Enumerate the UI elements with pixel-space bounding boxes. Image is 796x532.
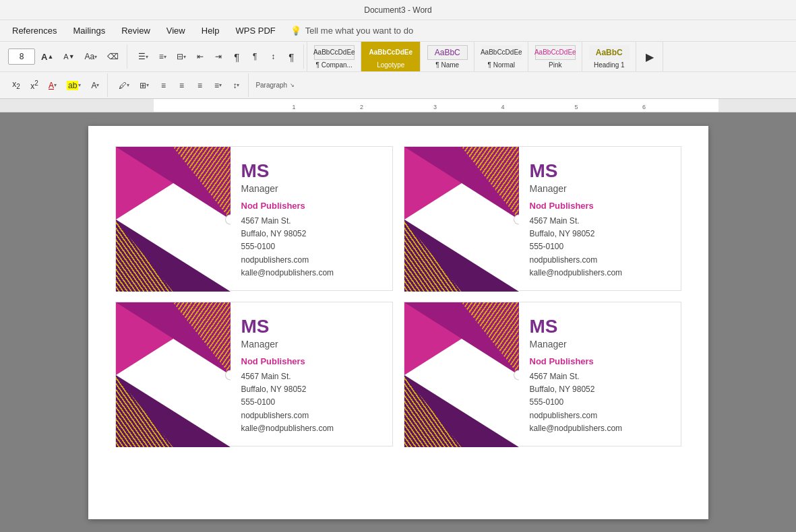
- shading-btn[interactable]: 🖊▾: [115, 76, 133, 95]
- style-more[interactable]: ▶: [636, 42, 663, 71]
- card-1-phone: 555-0100: [241, 240, 381, 253]
- ribbon-row2: x2 x2 A▾ ab▾ A▾ 🖊▾ ⊞▾: [0, 71, 796, 98]
- align-center-icon: ≡: [179, 81, 184, 90]
- font-group: 8 A▲ A▼ Aa ▾ ⌫: [4, 44, 127, 69]
- card-3-website: nodpublishers.com: [241, 409, 381, 422]
- card-4-website: nodpublishers.com: [530, 409, 670, 422]
- card-2-dot: [514, 215, 519, 224]
- align-group: 🖊▾ ⊞▾ ≡ ≡ ≡ ≡▾ ↕▾: [111, 73, 249, 97]
- menu-view[interactable]: View: [160, 23, 192, 38]
- more-styles-icon: ▶: [646, 51, 654, 63]
- styles-gallery: AaBbCcDdEe ¶ Compan... AaBbCcDdEe Logoty…: [307, 42, 663, 71]
- superscript-btn[interactable]: x2: [26, 76, 42, 95]
- font-color-btn[interactable]: A▾: [44, 76, 61, 95]
- style-normal[interactable]: AaBbCcDdEe ¶ Normal: [474, 42, 528, 71]
- card-2-phone: 555-0100: [530, 240, 670, 253]
- style-heading1[interactable]: AaBbC Heading 1: [582, 42, 636, 71]
- menu-mailings[interactable]: Mailings: [66, 23, 112, 38]
- case-btn[interactable]: Aa ▾: [81, 47, 102, 66]
- card-2-initials: MS: [530, 160, 670, 182]
- document-area: MS Manager Nod Publishers 4567 Main St. …: [0, 112, 796, 532]
- justify-icon: ≡: [214, 81, 219, 90]
- numbering-icon: ≡: [159, 52, 164, 61]
- style-name-label: ¶ Name: [435, 61, 459, 69]
- show-para-btn[interactable]: ¶: [247, 47, 263, 66]
- card-2-company: Nod Publishers: [530, 201, 670, 211]
- align-right-btn[interactable]: ≡: [191, 76, 208, 95]
- card-3-company: Nod Publishers: [241, 356, 381, 366]
- highlight-arrow: ▾: [78, 82, 81, 88]
- menu-help[interactable]: Help: [195, 23, 226, 38]
- font-size-down-icon: A: [63, 53, 68, 61]
- format-group: x2 x2 A▾ ab▾ A▾: [4, 73, 108, 97]
- card-1: MS Manager Nod Publishers 4567 Main St. …: [115, 146, 393, 291]
- style-name[interactable]: AaBbC ¶ Name: [421, 42, 474, 71]
- superscript-icon: x2: [30, 79, 38, 91]
- card-1-graphic: [116, 147, 231, 292]
- justify-btn[interactable]: ≡▾: [210, 76, 226, 95]
- card-3: MS Manager Nod Publishers 4567 Main St. …: [115, 302, 393, 446]
- style-pink[interactable]: AaBbCcDdEe Pink: [528, 42, 582, 71]
- subscript-btn[interactable]: x2: [8, 76, 24, 95]
- show-formatting-btn[interactable]: ¶: [228, 47, 245, 66]
- card-3-city: Buffalo, NY 98052: [241, 383, 381, 396]
- card-3-street: 4567 Main St.: [241, 370, 381, 383]
- shading-icon: 🖊: [119, 81, 127, 90]
- clear-format-btn[interactable]: ⌫: [103, 47, 123, 66]
- title-text: Document3 - Word: [364, 5, 431, 15]
- font-size-up-icon: A: [41, 52, 47, 62]
- card-4-title: Manager: [530, 339, 670, 350]
- style-logotype-label: Logotype: [377, 61, 404, 69]
- font-color-icon: A: [49, 81, 54, 90]
- font-size-down-btn[interactable]: A▼: [59, 47, 78, 66]
- card-4-address: 4567 Main St. Buffalo, NY 98052 555-0100…: [530, 370, 670, 435]
- align-center-btn[interactable]: ≡: [173, 76, 189, 95]
- bullets-icon: ☰: [138, 52, 146, 61]
- card-2-city: Buffalo, NY 98052: [530, 228, 670, 240]
- pilcrow-icon: ¶: [288, 51, 294, 63]
- font-size-box[interactable]: 8: [8, 48, 35, 65]
- text-color2-icon: A: [91, 81, 96, 90]
- cards-grid: MS Manager Nod Publishers 4567 Main St. …: [115, 146, 681, 446]
- bullets-btn[interactable]: ☰▾: [134, 47, 152, 66]
- border-icon: ⊞: [140, 81, 146, 90]
- card-2-info: MS Manager Nod Publishers 4567 Main St. …: [519, 147, 681, 290]
- search-label[interactable]: Tell me what you want to do: [305, 26, 413, 36]
- card-1-dot: [226, 215, 231, 224]
- card-3-email: kalle@nodpublishers.com: [241, 422, 381, 435]
- card-1-title: Manager: [241, 183, 381, 194]
- border-btn[interactable]: ⊞▾: [135, 76, 153, 95]
- decrease-indent-btn[interactable]: ⇤: [192, 47, 208, 66]
- style-normal-preview: AaBbCcDdEe: [481, 45, 522, 60]
- line-spacing-btn[interactable]: ↕▾: [228, 76, 244, 95]
- numbering-btn[interactable]: ≡▾: [154, 47, 171, 66]
- style-logotype[interactable]: AaBbCcDdEe Logotype: [361, 42, 421, 71]
- card-2: MS Manager Nod Publishers 4567 Main St. …: [404, 146, 681, 291]
- card-3-graphic: [116, 302, 231, 447]
- style-heading1-label: Heading 1: [594, 61, 625, 69]
- expand-icon: ↘: [290, 82, 295, 88]
- highlight-btn[interactable]: ab▾: [63, 76, 85, 95]
- text-color2-btn[interactable]: A▾: [87, 76, 103, 95]
- align-left-btn[interactable]: ≡: [155, 76, 171, 95]
- sort-btn[interactable]: ↕: [265, 47, 281, 66]
- card-1-info: MS Manager Nod Publishers 4567 Main St. …: [231, 147, 392, 290]
- menu-wpspdf[interactable]: WPS PDF: [229, 23, 282, 38]
- menu-references[interactable]: References: [5, 23, 63, 38]
- card-4-dot: [514, 370, 519, 379]
- eraser-icon: ⌫: [107, 52, 119, 61]
- style-company[interactable]: AaBbCcDdEe ¶ Compan...: [307, 42, 361, 71]
- card-4-company: Nod Publishers: [530, 356, 670, 366]
- menu-review[interactable]: Review: [115, 23, 157, 38]
- style-name-preview: AaBbC: [427, 45, 468, 60]
- font-size-up-btn[interactable]: A▲: [37, 47, 57, 66]
- card-4-street: 4567 Main St.: [530, 370, 670, 383]
- style-pink-label: Pink: [549, 61, 561, 69]
- align-left-icon: ≡: [161, 81, 166, 90]
- pilcrow-btn[interactable]: ¶: [283, 47, 299, 66]
- sort-icon: ↕: [271, 52, 275, 61]
- increase-indent-btn[interactable]: ⇥: [210, 47, 226, 66]
- paragraph-expand[interactable]: Paragraph ↘: [251, 81, 299, 89]
- multilevel-btn[interactable]: ⊟▾: [173, 47, 190, 66]
- search-area[interactable]: 💡 Tell me what you want to do: [290, 26, 413, 36]
